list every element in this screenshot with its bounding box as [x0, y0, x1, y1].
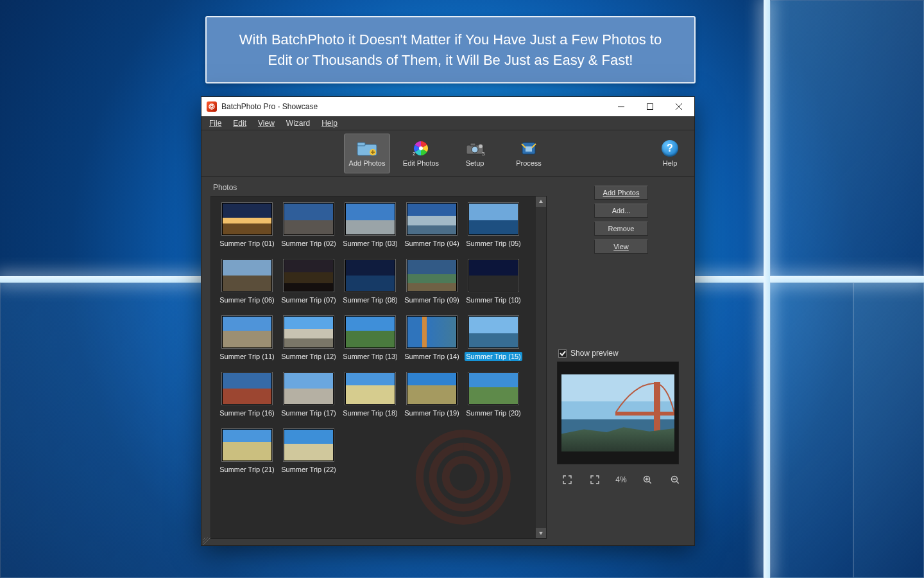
photo-thumbnail[interactable]: Summer Trip (11) [218, 316, 277, 361]
zoom-in-icon[interactable] [641, 473, 654, 486]
process-icon [518, 140, 540, 157]
photo-thumbnail[interactable]: Summer Trip (16) [218, 372, 277, 417]
thumbnail-caption: Summer Trip (19) [403, 408, 461, 417]
photo-thumbnail[interactable]: Summer Trip (19) [402, 372, 461, 417]
toolbar-help-label: Help [663, 159, 678, 167]
window-title: BatchPhoto Pro - Showcase [221, 102, 606, 111]
photo-thumbnail[interactable]: Summer Trip (17) [279, 372, 338, 417]
thumbnail-caption: Summer Trip (03) [341, 239, 399, 248]
photo-grid-container: Summer Trip (01)Summer Trip (02)Summer T… [210, 196, 547, 539]
photo-thumbnail[interactable]: Summer Trip (13) [341, 316, 400, 361]
thumbnail-image [222, 203, 272, 235]
preview-panel [557, 362, 679, 464]
section-photos-label: Photos [213, 183, 547, 192]
camera-gear-icon: 3 [464, 140, 486, 157]
sidebar-remove-button[interactable]: Remove [594, 222, 648, 236]
thumbnail-caption: Summer Trip (09) [403, 295, 461, 304]
menu-wizard[interactable]: Wizard [281, 118, 315, 129]
sidebar-add-button[interactable]: Add... [594, 204, 648, 218]
thumbnail-caption: Summer Trip (12) [280, 352, 338, 361]
svg-point-5 [419, 146, 423, 150]
photo-thumbnail[interactable]: Summer Trip (10) [464, 259, 523, 304]
photo-thumbnail[interactable]: Summer Trip (01) [218, 203, 277, 248]
sidebar-view-button[interactable]: View [594, 240, 648, 254]
thumbnail-caption: Summer Trip (01) [218, 239, 276, 248]
menu-view[interactable]: View [253, 118, 280, 129]
toolbar-help[interactable]: ? Help [654, 134, 685, 173]
thumbnail-caption: Summer Trip (06) [218, 295, 276, 304]
zoom-percent: 4% [615, 475, 626, 484]
photo-thumbnail[interactable]: Summer Trip (02) [279, 203, 338, 248]
app-icon [207, 101, 217, 112]
menu-help[interactable]: Help [316, 118, 343, 129]
thumbnail-image [407, 316, 457, 348]
menu-bar: File Edit View Wizard Help [201, 116, 694, 130]
wallpaper-cross-vertical [764, 0, 770, 578]
wallpaper-pane [770, 283, 853, 578]
photo-thumbnail[interactable]: Summer Trip (18) [341, 372, 400, 417]
thumbnail-image [468, 372, 518, 405]
scroll-up-button[interactable] [536, 197, 546, 207]
photo-thumbnail[interactable]: Summer Trip (20) [464, 372, 523, 417]
svg-rect-0 [647, 104, 653, 110]
watermark-swirl-icon [409, 423, 518, 532]
menu-help-label: Help [321, 119, 338, 128]
photo-thumbnail[interactable]: Summer Trip (07) [279, 259, 338, 304]
photo-thumbnail[interactable]: Summer Trip (12) [279, 316, 338, 361]
preview-zoom-toolbar: 4% [557, 473, 685, 486]
toolbar-add-photos[interactable]: Add Photos [344, 134, 390, 173]
photo-thumbnail[interactable]: Summer Trip (14) [402, 316, 461, 361]
photo-grid-scrollbar[interactable] [536, 197, 546, 538]
thumbnail-image [468, 259, 518, 292]
thumbnail-image [345, 259, 395, 292]
toolbar-process[interactable]: Process [506, 134, 552, 173]
window-minimize-button[interactable] [606, 97, 635, 116]
menu-edit[interactable]: Edit [228, 118, 252, 129]
photo-thumbnail[interactable]: Summer Trip (21) [218, 429, 277, 474]
show-preview-label: Show preview [570, 349, 619, 358]
toolbar: Add Photos 2 Edit Photos 3 Setup [201, 130, 694, 177]
window-close-button[interactable] [664, 97, 693, 116]
thumbnail-caption: Summer Trip (04) [403, 239, 461, 248]
toolbar-edit-photos[interactable]: 2 Edit Photos [398, 134, 444, 173]
thumbnail-caption: Summer Trip (07) [280, 295, 338, 304]
zoom-out-icon[interactable] [669, 473, 681, 486]
menu-file[interactable]: File [204, 118, 227, 129]
thumbnail-caption: Summer Trip (22) [280, 465, 338, 474]
window-resize-grip[interactable] [203, 536, 210, 544]
menu-view-label: View [258, 119, 275, 128]
scroll-track[interactable] [536, 207, 546, 528]
thumbnail-caption: Summer Trip (20) [465, 408, 522, 417]
toolbar-setup-label: Setup [466, 159, 484, 167]
toolbar-setup[interactable]: 3 Setup [452, 134, 498, 173]
wallpaper-pane [853, 283, 924, 578]
preview-bridge-cables [615, 382, 674, 414]
photo-thumbnail[interactable]: Summer Trip (15) [464, 316, 523, 361]
window-titlebar[interactable]: BatchPhoto Pro - Showcase [201, 97, 694, 116]
photo-thumbnail[interactable]: Summer Trip (04) [402, 203, 461, 248]
show-preview-checkbox[interactable] [558, 349, 567, 358]
thumbnail-caption: Summer Trip (05) [465, 239, 522, 248]
photo-thumbnail[interactable]: Summer Trip (09) [402, 259, 461, 304]
photo-thumbnail[interactable]: Summer Trip (05) [464, 203, 523, 248]
photo-thumbnail[interactable]: Summer Trip (08) [341, 259, 400, 304]
photo-thumbnail[interactable]: Summer Trip (22) [279, 429, 338, 474]
thumbnail-image [345, 203, 395, 235]
thumbnail-caption: Summer Trip (02) [280, 239, 338, 248]
sidebar-remove-label: Remove [608, 225, 635, 232]
scroll-down-button[interactable] [536, 528, 546, 538]
thumbnail-caption: Summer Trip (08) [341, 295, 399, 304]
thumbnail-caption: Summer Trip (17) [280, 408, 338, 417]
toolbar-process-label: Process [516, 159, 542, 167]
thumbnail-image [284, 203, 334, 235]
photo-thumbnail[interactable]: Summer Trip (06) [218, 259, 277, 304]
window-maximize-button[interactable] [635, 97, 664, 116]
fullscreen-icon[interactable] [588, 473, 601, 486]
promo-banner-text: With BatchPhoto it Doesn't Matter if You… [239, 30, 662, 71]
svg-rect-8 [470, 143, 475, 146]
photo-thumbnail[interactable]: Summer Trip (03) [341, 203, 400, 248]
menu-wizard-label: Wizard [286, 119, 310, 128]
fit-to-window-icon[interactable] [561, 473, 574, 486]
sidebar-add-photos-button[interactable]: Add Photos [594, 186, 648, 200]
menu-file-label: File [209, 119, 221, 128]
